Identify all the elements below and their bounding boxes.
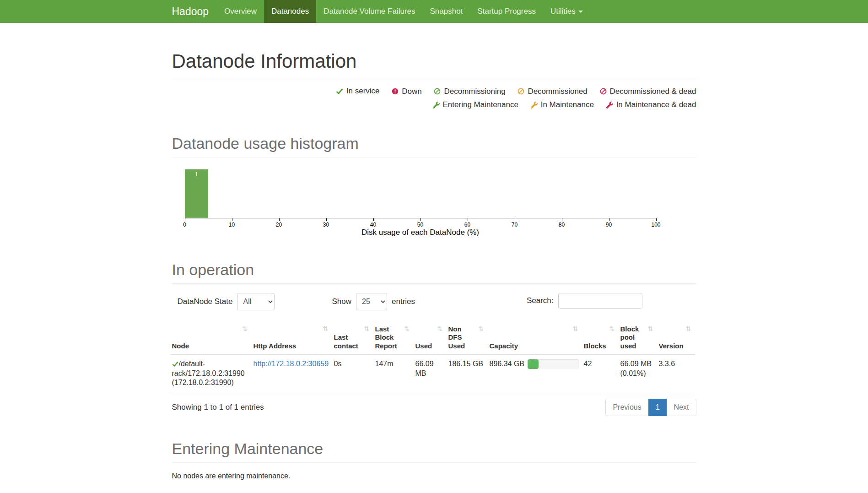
divider [172, 157, 696, 157]
wrench-icon [433, 102, 440, 108]
column-header-capacity[interactable]: ⇅Capacity [488, 321, 582, 355]
column-header-label: Last contact [334, 333, 358, 350]
wrench-icon [531, 102, 538, 108]
column-header-last-block-report[interactable]: ⇅Last Block Report [373, 321, 414, 355]
cell-blocks: 42 [582, 355, 619, 392]
cell-last-block-report: 147m [373, 355, 414, 392]
table-footer: Showing 1 to 1 of 1 entries Previous 1 N… [172, 399, 696, 416]
pagination: Previous 1 Next [606, 399, 696, 416]
capacity-bar [528, 359, 579, 369]
column-header-block-pool-used[interactable]: ⇅Block pool used [619, 321, 657, 355]
pagination-page-1-button[interactable]: 1 [648, 399, 667, 416]
datanode-state-select[interactable]: All [237, 293, 275, 310]
ban-icon [434, 88, 441, 95]
tick-label: 80 [559, 222, 565, 228]
column-header-used[interactable]: ⇅Used [414, 321, 447, 355]
capacity-bar-fill [528, 359, 539, 369]
nav-item-startup-progress[interactable]: Startup Progress [470, 0, 543, 23]
column-header-label: Used [415, 342, 432, 350]
tick-label: 30 [323, 222, 329, 228]
page-length-select[interactable]: 25 [356, 293, 387, 310]
tick-label: 100 [651, 222, 660, 228]
table-controls: DataNode State All Show 25 entries Searc… [172, 293, 696, 313]
http-address-link[interactable]: http://172.18.0.2:30659 [253, 360, 329, 368]
column-header-label: Capacity [490, 342, 518, 350]
section-heading-in-operation: In operation [172, 261, 696, 279]
legend-item: In Maintenance [531, 100, 594, 109]
sort-icon: ⇅ [686, 325, 691, 333]
legend-row-1: In service Down Decommissioning Decommis… [172, 87, 696, 97]
column-header-node[interactable]: ⇅Node [170, 321, 252, 355]
histogram-plot-area: 1 [185, 169, 656, 218]
sort-icon: ⇅ [323, 325, 329, 333]
pagination-next-button[interactable]: Next [667, 399, 696, 416]
capacity-value: 896.34 GB [490, 360, 525, 368]
tick-label: 90 [606, 222, 612, 228]
datanode-usage-histogram: 1 0 10 20 30 40 50 60 70 80 90 100 Disk … [185, 169, 656, 237]
column-header-non-dfs-used[interactable]: ⇅Non DFS Used [447, 321, 488, 355]
legend-label: Decommissioning [444, 87, 505, 96]
datanode-state-label: DataNode State [178, 297, 233, 306]
nav-item-datanode-volume-failures[interactable]: Datanode Volume Failures [316, 0, 422, 23]
column-header-label: Blocks [584, 342, 606, 350]
tick-label: 20 [276, 222, 282, 228]
tick-label: 60 [464, 222, 470, 228]
legend-item: Decommissioning [434, 87, 505, 96]
nav-item-utilities-label: Utilities [550, 7, 576, 16]
show-label: Show [332, 297, 352, 306]
sort-icon: ⇅ [648, 325, 653, 333]
nav-item-utilities[interactable]: Utilities [543, 0, 590, 23]
cell-version: 3.3.6 [657, 355, 695, 392]
legend-item: In Maintenance & dead [606, 100, 696, 109]
table-header-row: ⇅Node ⇅Http Address ⇅Last contact ⇅Last … [170, 321, 695, 355]
ban-icon [600, 88, 607, 95]
nav-item-overview[interactable]: Overview [217, 0, 264, 23]
nav-item-snapshot[interactable]: Snapshot [423, 0, 470, 23]
cell-last-contact: 0s [332, 355, 373, 392]
block-pool-used-percent: (0.01%) [620, 369, 653, 379]
datanode-state-filter: DataNode State All [178, 293, 275, 310]
entries-label: entries [392, 297, 415, 306]
legend-label: In Maintenance & dead [616, 100, 696, 109]
column-header-http-address[interactable]: ⇅Http Address [252, 321, 332, 355]
wrench-icon [606, 102, 613, 108]
column-header-version[interactable]: ⇅Version [657, 321, 695, 355]
tick-label: 10 [229, 222, 235, 228]
column-header-last-contact[interactable]: ⇅Last contact [332, 321, 373, 355]
legend-item: Entering Maintenance [433, 100, 518, 109]
column-header-label: Node [172, 342, 189, 350]
tick-label: 70 [512, 222, 518, 228]
navbar: Hadoop Overview Datanodes Datanode Volum… [0, 0, 868, 23]
sort-icon: ⇅ [404, 325, 410, 333]
search-input[interactable] [558, 293, 642, 309]
cell-capacity: 896.34 GB [488, 355, 582, 392]
sort-icon: ⇅ [364, 325, 370, 333]
divider [172, 283, 696, 284]
column-header-label: Last Block Report [375, 325, 399, 351]
pagination-previous-button[interactable]: Previous [605, 399, 648, 416]
legend-label: Entering Maintenance [443, 100, 518, 109]
node-address: /default-rack/172.18.0.2:31990 (172.18.0… [172, 360, 245, 387]
cell-http-address: http://172.18.0.2:30659 [252, 355, 332, 392]
legend-label: Decommissioned & dead [610, 87, 696, 96]
histogram-x-axis-label: Disk usage of each DataNode (%) [185, 228, 656, 237]
legend-item: In service [336, 87, 380, 96]
column-header-blocks[interactable]: ⇅Blocks [582, 321, 619, 355]
legend-row-2: Entering Maintenance In Maintenance In M… [172, 100, 696, 111]
cell-non-dfs-used: 186.15 GB [447, 355, 488, 392]
page-title: Datanode Information [172, 50, 696, 72]
sort-icon: ⇅ [479, 325, 484, 333]
legend-label: In service [346, 87, 380, 96]
navbar-brand[interactable]: Hadoop [172, 0, 217, 23]
legend-item: Decommissioned & dead [600, 87, 696, 96]
section-heading-histogram: Datanode usage histogram [172, 135, 696, 152]
cell-used: 66.09 MB [414, 355, 447, 392]
entering-maintenance-empty-note: No nodes are entering maintenance. [172, 472, 696, 480]
histogram-x-axis: 0 10 20 30 40 50 60 70 80 90 100 [185, 218, 656, 229]
table-row: /default-rack/172.18.0.2:31990 (172.18.0… [170, 355, 695, 392]
ban-icon [518, 88, 524, 95]
nav-item-datanodes[interactable]: Datanodes [264, 0, 316, 23]
tick-label: 0 [183, 222, 186, 228]
table-info: Showing 1 to 1 of 1 entries [172, 403, 264, 412]
sort-icon: ⇅ [573, 325, 578, 333]
